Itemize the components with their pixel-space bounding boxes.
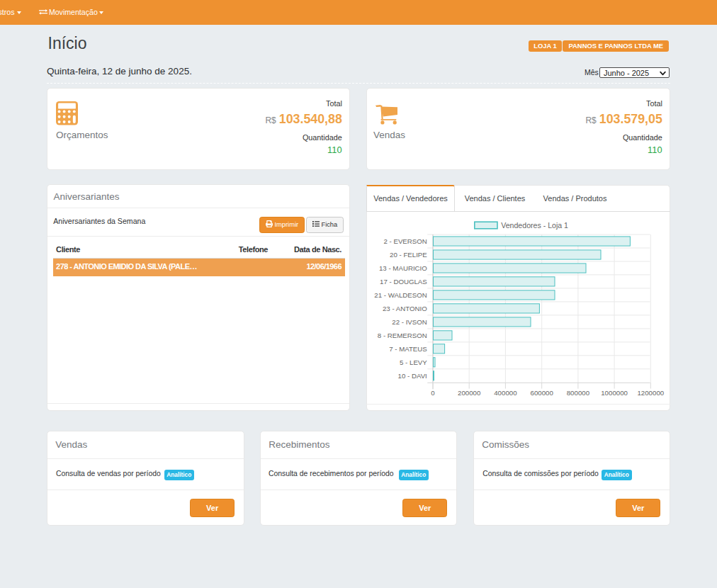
svg-text:1000000: 1000000 [601, 389, 628, 397]
svg-text:17 - DOUGLAS: 17 - DOUGLAS [380, 278, 427, 285]
svg-text:21 - WALDESON: 21 - WALDESON [374, 291, 427, 299]
svg-text:1200000: 1200000 [637, 389, 664, 397]
svg-text:7 - MATEUS: 7 - MATEUS [389, 345, 427, 353]
svg-text:0: 0 [431, 389, 435, 397]
svg-text:Vendedores - Loja 1: Vendedores - Loja 1 [501, 221, 568, 230]
svg-text:2 - EVERSON: 2 - EVERSON [383, 237, 427, 245]
svg-text:200000: 200000 [458, 389, 481, 397]
svg-text:20 - FELIPE: 20 - FELIPE [390, 251, 427, 259]
svg-text:400000: 400000 [494, 389, 517, 397]
svg-text:10 - DAVI: 10 - DAVI [398, 372, 427, 380]
svg-text:13 - MAURICIO: 13 - MAURICIO [379, 264, 427, 272]
svg-text:8 - REMERSON: 8 - REMERSON [378, 332, 427, 339]
svg-text:600000: 600000 [531, 389, 554, 397]
svg-text:23 - ANTONIO: 23 - ANTONIO [383, 305, 427, 312]
svg-text:800000: 800000 [567, 389, 590, 397]
svg-text:22 - IVSON: 22 - IVSON [392, 318, 427, 326]
svg-text:5 - LEVY: 5 - LEVY [400, 358, 427, 366]
